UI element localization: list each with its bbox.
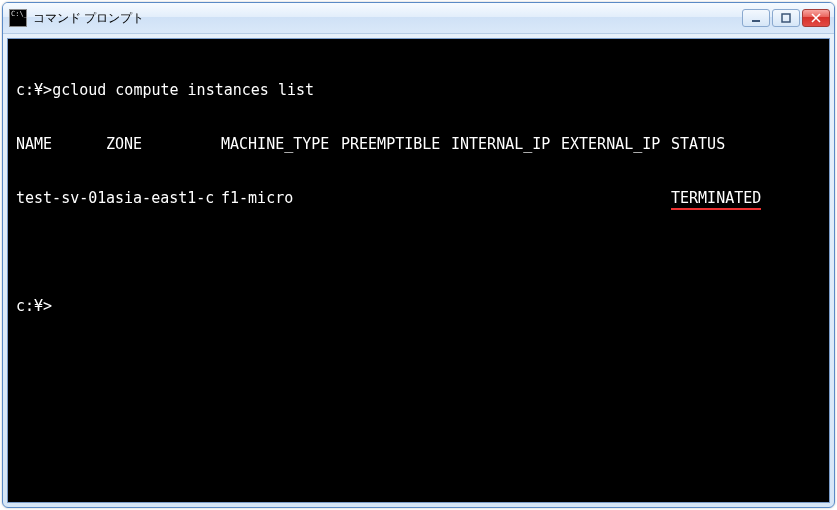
blank-line	[16, 243, 821, 261]
command-line: c:¥>gcloud compute instances list	[16, 81, 821, 99]
command-prompt-window: コマンド プロンプト c:¥>gcloud compute instances …	[2, 2, 835, 508]
header-row: NAMEZONEMACHINE_TYPEPREEMPTIBLEINTERNAL_…	[16, 135, 821, 153]
cell-name: test-sv-01	[16, 189, 106, 207]
terminal-area[interactable]: c:¥>gcloud compute instances list NAMEZO…	[7, 38, 830, 503]
header-status: STATUS	[671, 135, 725, 153]
close-icon	[811, 13, 821, 23]
close-button[interactable]	[802, 9, 830, 27]
command-text: gcloud compute instances list	[52, 81, 314, 99]
header-external-ip: EXTERNAL_IP	[561, 135, 671, 153]
cmd-icon	[9, 9, 27, 27]
cell-status: TERMINATED	[671, 189, 761, 207]
svg-rect-1	[782, 14, 790, 22]
header-zone: ZONE	[106, 135, 221, 153]
cell-machine-type: f1-micro	[221, 189, 341, 207]
cell-zone: asia-east1-c	[106, 189, 221, 207]
header-machine-type: MACHINE_TYPE	[221, 135, 341, 153]
table-row: test-sv-01asia-east1-cf1-micro TERMINATE…	[16, 189, 821, 207]
prompt-line: c:¥>	[16, 297, 821, 315]
svg-rect-0	[752, 20, 760, 22]
header-name: NAME	[16, 135, 106, 153]
header-internal-ip: INTERNAL_IP	[451, 135, 561, 153]
window-buttons	[742, 9, 830, 27]
header-preemptible: PREEMPTIBLE	[341, 135, 451, 153]
maximize-icon	[781, 13, 791, 23]
titlebar[interactable]: コマンド プロンプト	[3, 3, 834, 34]
prompt: c:¥>	[16, 297, 52, 315]
minimize-icon	[751, 13, 761, 23]
minimize-button[interactable]	[742, 9, 770, 27]
status-value: TERMINATED	[671, 189, 761, 210]
maximize-button[interactable]	[772, 9, 800, 27]
window-title: コマンド プロンプト	[33, 10, 742, 27]
cell-internal-ip	[451, 189, 561, 207]
prompt: c:¥>	[16, 81, 52, 99]
